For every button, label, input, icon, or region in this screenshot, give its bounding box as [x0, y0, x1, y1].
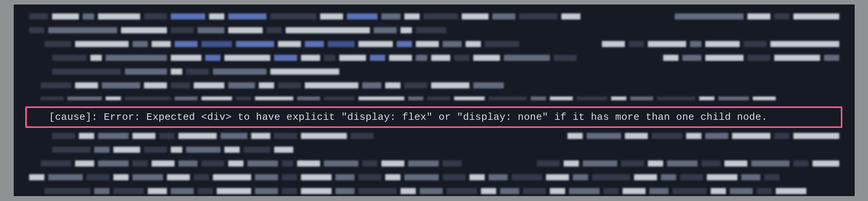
redacted-row	[14, 159, 855, 168]
redacted-row	[14, 26, 855, 34]
redacted-row	[14, 132, 855, 140]
terminal-panel: [cause]: Error: Expected <div> to have e…	[14, 5, 855, 196]
error-text: [cause]: Error: Expected <div> to have e…	[37, 111, 767, 123]
redacted-row	[14, 67, 855, 76]
redacted-row	[14, 54, 855, 62]
error-highlight: [cause]: Error: Expected <div> to have e…	[25, 106, 842, 128]
redacted-row	[14, 187, 855, 195]
redacted-row	[14, 95, 855, 102]
redacted-row	[14, 40, 855, 48]
redacted-row	[14, 145, 855, 154]
redacted-row	[14, 81, 855, 90]
redacted-row	[14, 173, 855, 181]
redacted-row	[14, 12, 855, 21]
